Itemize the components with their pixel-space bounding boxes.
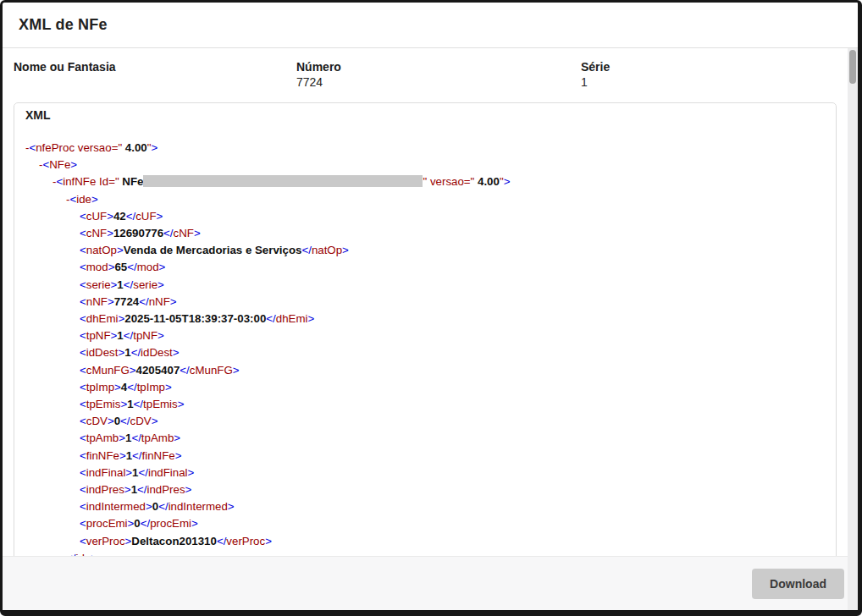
xml-tag-name: indPres bbox=[147, 483, 185, 496]
xml-tag-name: tpEmis bbox=[143, 398, 178, 410]
xml-markup: < bbox=[80, 261, 86, 273]
field-label: Série bbox=[581, 60, 858, 74]
xml-markup: > bbox=[173, 346, 180, 359]
xml-markup: > bbox=[120, 398, 127, 410]
xml-tag-name: nfeProc bbox=[36, 141, 75, 154]
field-label: Número bbox=[296, 60, 581, 74]
xml-line: <mod>65</mod> bbox=[25, 259, 825, 276]
xml-nfe-modal: XML de NFe Nome ou Fantasia Número 7724 … bbox=[0, 0, 862, 616]
field-serie: Série 1 bbox=[581, 60, 858, 90]
xml-markup: > bbox=[165, 381, 172, 393]
modal-footer: Download bbox=[3, 556, 858, 610]
xml-line: <procEmi>0</procEmi> bbox=[25, 515, 825, 532]
xml-tag-name: tpAmb bbox=[141, 432, 174, 444]
xml-value: NFe bbox=[119, 175, 144, 188]
xml-markup: < bbox=[80, 329, 86, 342]
xml-tag-name: cMunFG bbox=[190, 364, 233, 377]
xml-markup: </ bbox=[134, 398, 143, 410]
xml-markup: </ bbox=[163, 227, 173, 239]
xml-value: Deltacon201310 bbox=[131, 535, 217, 547]
xml-tag-name: indFinal bbox=[148, 466, 188, 479]
xml-line: <indPres>1</indPres> bbox=[25, 481, 825, 498]
redacted-value-box bbox=[143, 175, 423, 187]
xml-markup: > bbox=[107, 227, 113, 239]
xml-value: 4.00 bbox=[122, 141, 147, 154]
xml-markup: > bbox=[125, 466, 132, 479]
xml-tag-name: nNF bbox=[149, 295, 170, 308]
xml-line: -<nfeProc versao=" 4.00"> bbox=[25, 140, 825, 157]
xml-tag-name: cUF bbox=[135, 210, 156, 223]
xml-markup: > bbox=[307, 312, 314, 325]
xml-tag-name: finNFe bbox=[86, 449, 119, 462]
xml-markup: > bbox=[119, 432, 125, 444]
xml-markup: > bbox=[114, 381, 121, 393]
xml-markup: > bbox=[146, 500, 152, 513]
xml-tag-name: finNFe bbox=[142, 449, 175, 462]
xml-tag-name: idDest bbox=[86, 346, 119, 359]
xml-tag-name: versao=" bbox=[430, 175, 474, 188]
xml-markup: > bbox=[151, 141, 157, 154]
xml-tag-name: tpImp bbox=[86, 381, 114, 393]
xml-line: <tpEmis>1</tpEmis> bbox=[25, 396, 825, 413]
xml-tag-name: idDest bbox=[141, 346, 173, 359]
xml-markup: </ bbox=[120, 415, 130, 427]
xml-markup: < bbox=[80, 432, 86, 444]
xml-markup: </ bbox=[127, 381, 136, 393]
xml-markup: > bbox=[233, 364, 240, 377]
xml-markup: < bbox=[80, 346, 86, 359]
xml-tag-name: ide bbox=[76, 193, 91, 206]
xml-markup: < bbox=[80, 381, 86, 393]
xml-value: 0 bbox=[114, 415, 120, 427]
xml-tag-name: natOp bbox=[86, 244, 117, 256]
xml-line: <cDV>0</cDV> bbox=[25, 413, 825, 430]
xml-value: 1 bbox=[127, 398, 133, 410]
xml-markup: > bbox=[159, 261, 166, 273]
xml-line: <indFinal>1</indFinal> bbox=[25, 465, 825, 481]
xml-markup: > bbox=[107, 210, 113, 223]
xml-tag-name: tpEmis bbox=[86, 398, 121, 410]
xml-markup: > bbox=[175, 449, 182, 462]
xml-tag-name: NFe bbox=[49, 158, 70, 171]
xml-tag-name: cUF bbox=[86, 210, 107, 223]
xml-line: -<NFe> bbox=[25, 157, 825, 173]
download-button[interactable]: Download bbox=[752, 569, 844, 599]
field-numero: Número 7724 bbox=[296, 60, 581, 90]
xml-markup: < bbox=[80, 312, 86, 325]
xml-tag-name: versao=" bbox=[78, 141, 122, 154]
xml-markup: > bbox=[265, 535, 272, 547]
xml-tag-name: mod bbox=[137, 261, 159, 273]
xml-markup: </ bbox=[127, 261, 136, 273]
xml-tag-name: indIntermed bbox=[86, 500, 146, 513]
xml-markup: < bbox=[80, 449, 86, 462]
xml-markup: </ bbox=[131, 432, 141, 444]
xml-markup: > bbox=[174, 432, 180, 444]
xml-markup: < bbox=[80, 244, 86, 256]
xml-markup: > bbox=[108, 295, 114, 308]
xml-line: <tpImp>4</tpImp> bbox=[25, 379, 825, 396]
xml-markup: </ bbox=[124, 329, 133, 342]
xml-markup: > bbox=[504, 175, 511, 188]
xml-markup: > bbox=[70, 158, 77, 171]
xml-tag-name: natOp bbox=[312, 244, 342, 256]
xml-markup: </ bbox=[137, 483, 146, 496]
xml-markup: > bbox=[130, 364, 136, 377]
xml-tag-name: verProc bbox=[226, 535, 265, 547]
xml-value: 0 bbox=[134, 517, 140, 530]
scrollbar-thumb[interactable] bbox=[849, 50, 856, 84]
xml-panel: XML -<nfeProc versao=" 4.00">-<NFe>-<inf… bbox=[14, 102, 837, 556]
xml-markup: < bbox=[80, 517, 86, 530]
xml-markup: > bbox=[152, 415, 158, 427]
xml-value: 1 bbox=[117, 329, 123, 342]
xml-tag-name: cNF bbox=[174, 227, 194, 239]
xml-tag-name: tpImp bbox=[137, 381, 165, 393]
xml-line: <finNFe>1</finNFe> bbox=[25, 448, 825, 465]
xml-tag-name: nNF bbox=[86, 295, 108, 308]
xml-tag-name: verProc bbox=[86, 535, 125, 547]
xml-markup: > bbox=[157, 329, 164, 342]
field-label: Nome ou Fantasia bbox=[14, 60, 296, 74]
xml-markup: > bbox=[178, 398, 185, 410]
xml-value: 12690776 bbox=[113, 227, 163, 239]
vertical-scrollbar[interactable] bbox=[848, 48, 858, 610]
modal-body: Nome ou Fantasia Número 7724 Série 1 XML… bbox=[3, 48, 858, 556]
xml-markup: > bbox=[157, 210, 163, 223]
